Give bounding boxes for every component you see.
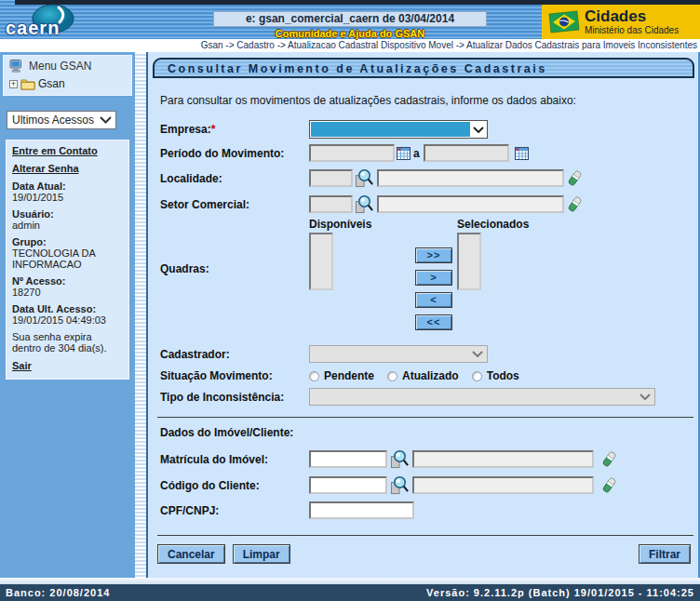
setor-comercial-label: Setor Comercial:: [160, 198, 309, 211]
matricula-input[interactable]: [309, 450, 387, 468]
eraser-icon[interactable]: [567, 169, 583, 187]
divider-strip: [135, 52, 146, 578]
data-ult-acesso-label: Data Ult. Acesso:: [12, 303, 123, 314]
n-acesso-value: 18270: [12, 287, 123, 298]
periodo-separator: a: [413, 147, 420, 160]
chevron-down-icon: [472, 351, 483, 357]
quadras-selected-list[interactable]: [457, 233, 481, 290]
tree-item-gsan[interactable]: + Gsan: [9, 77, 128, 90]
cancelar-button[interactable]: Cancelar: [157, 544, 225, 564]
search-icon[interactable]: [355, 194, 374, 214]
codigo-cliente-nome-input[interactable]: [412, 476, 594, 494]
calendar-icon[interactable]: [515, 147, 529, 160]
radio-todos[interactable]: Todos: [472, 369, 519, 382]
disponiveis-label: Disponíveis: [309, 218, 333, 231]
radio-button-icon[interactable]: [309, 371, 319, 381]
actions-bar: Cancelar Limpar Filtrar: [157, 544, 691, 564]
setor-codigo-input[interactable]: [309, 195, 353, 213]
radio-pendente[interactable]: Pendente: [309, 369, 374, 382]
tipo-inconsistencia-select[interactable]: [309, 388, 655, 406]
search-icon[interactable]: [390, 449, 410, 469]
required-mark: *: [211, 123, 216, 136]
instruction-text: Para consultar os movimentos de atualiza…: [160, 94, 698, 107]
transfer-buttons: >> > < <<: [415, 247, 452, 330]
codigo-cliente-input[interactable]: [309, 476, 387, 494]
brazil-flag-icon: [547, 10, 581, 34]
main-content: Consultar Movimento de Atualizações Cada…: [146, 52, 700, 578]
search-icon[interactable]: [390, 475, 410, 495]
caern-logo: caern: [4, 1, 115, 39]
radio-button-icon[interactable]: [472, 371, 482, 381]
limpar-button[interactable]: Limpar: [233, 544, 290, 564]
menu-gsan-box: Menu GSAN + Gsan: [3, 55, 132, 96]
localidade-codigo-input[interactable]: [309, 169, 353, 187]
matricula-nome-input[interactable]: [412, 450, 594, 468]
localidade-nome-input[interactable]: [377, 169, 564, 187]
gsan-page: caern e: gsan_comercial_caern de 03/04/2…: [0, 0, 700, 601]
cpf-cnpj-label: CPF/CNPJ:: [160, 504, 309, 517]
chevron-down-icon: [470, 122, 486, 137]
n-acesso-label: Nº Acesso:: [12, 275, 123, 287]
cpf-cnpj-input[interactable]: [309, 501, 414, 519]
eraser-icon[interactable]: [601, 450, 617, 468]
move-all-right-button[interactable]: >>: [415, 247, 452, 263]
cadastrador-label: Cadastrador:: [160, 348, 309, 361]
grupo-label: Grupo:: [12, 236, 123, 247]
situacao-movimento-label: Situação Movimento:: [160, 369, 309, 382]
matricula-imovel-label: Matrícula do Imóvel:: [160, 453, 309, 466]
codigo-cliente-label: Código do Cliente:: [160, 479, 309, 492]
move-all-left-button[interactable]: <<: [415, 314, 452, 330]
periodo-inicio-input[interactable]: [309, 144, 395, 162]
selecionados-label: Selecionados: [457, 218, 481, 231]
ultimos-acessos-select[interactable]: Ultimos Acessos: [7, 111, 116, 129]
eraser-icon[interactable]: [567, 195, 583, 213]
cadastrador-select[interactable]: [309, 345, 488, 363]
data-atual-label: Data Atual:: [12, 180, 123, 192]
banco-status: Banco: 20/08/2014: [6, 587, 110, 598]
sidebar: Menu GSAN + Gsan Ultimos Acessos: [0, 52, 135, 578]
quadras-available-list[interactable]: [309, 233, 333, 290]
gsan-help-link[interactable]: Comunidade e Ajuda do GSAN: [276, 28, 424, 39]
quadras-label: Quadras:: [160, 218, 309, 330]
dados-imovel-cliente-label: Dados do Imóvel/Cliente:: [160, 426, 698, 439]
move-right-button[interactable]: >: [415, 270, 452, 286]
caern-logo-text: caern: [6, 18, 60, 39]
radio-button-icon[interactable]: [387, 371, 397, 381]
entre-em-contato-link[interactable]: Entre em Contato: [12, 145, 123, 156]
calendar-icon[interactable]: [397, 147, 411, 160]
app-header: caern e: gsan_comercial_caern de 03/04/2…: [0, 0, 700, 39]
alterar-senha-link[interactable]: Alterar Senha: [12, 163, 123, 174]
chevron-down-icon: [100, 116, 112, 124]
versao-status: Versão: 9.2.11.2p (Batch) 19/01/2015 - 1…: [426, 587, 694, 598]
localidade-label: Localidade:: [160, 172, 309, 185]
brand-title: Cidades: [585, 8, 679, 25]
situacao-radio-group: Pendente Atualizado Todos: [309, 369, 519, 382]
tree-item-gsan-label: Gsan: [38, 77, 65, 90]
breadcrumb: Gsan -> Cadastro -> Atualizacao Cadastra…: [0, 39, 700, 52]
search-icon[interactable]: [355, 168, 374, 188]
computer-icon: [9, 60, 23, 73]
periodo-fim-input[interactable]: [424, 144, 509, 162]
setor-nome-input[interactable]: [377, 195, 564, 213]
status-bar: Banco: 20/08/2014 Versão: 9.2.11.2p (Bat…: [0, 584, 700, 601]
page-title: Consultar Movimento de Atualizações Cada…: [153, 58, 694, 78]
chevron-down-icon: [639, 394, 651, 400]
expand-icon[interactable]: +: [9, 80, 18, 88]
section-divider: [157, 417, 693, 418]
sair-link[interactable]: Sair: [12, 360, 123, 371]
empresa-select[interactable]: [309, 120, 488, 139]
cidades-logo: Cidades Ministério das Cidades: [542, 5, 700, 39]
grupo-value: TECNOLOGIA DA INFORMACAO: [12, 247, 123, 270]
move-left-button[interactable]: <: [415, 292, 452, 308]
folder-icon: [20, 78, 35, 90]
filtrar-button[interactable]: Filtrar: [639, 544, 691, 564]
data-atual-value: 19/01/2015: [12, 192, 123, 203]
eraser-icon[interactable]: [601, 476, 617, 494]
usuario-value: admin: [12, 220, 123, 231]
tipo-inconsistencia-label: Tipo de Inconsistência:: [160, 391, 309, 404]
cidades-text: Cidades Ministério das Cidades: [585, 8, 679, 35]
radio-atualizado[interactable]: Atualizado: [387, 369, 459, 382]
senha-expira-text: Sua senha expira dentro de 304 dia(s).: [12, 331, 123, 354]
periodo-label: Período do Movimento:: [160, 147, 309, 160]
data-ult-acesso-value: 19/01/2015 04:49:03: [12, 314, 123, 326]
